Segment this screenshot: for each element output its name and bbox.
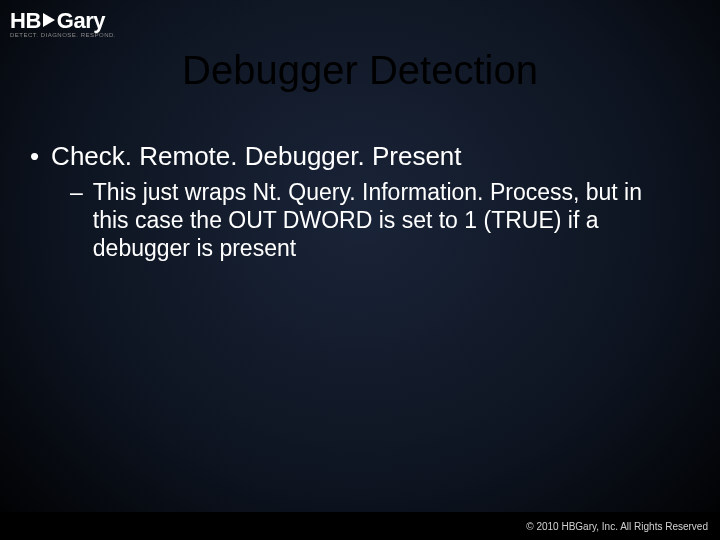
bullet-marker: • xyxy=(30,140,39,172)
logo-main: HB Gary xyxy=(10,8,105,34)
logo-text-gary: Gary xyxy=(57,8,105,34)
slide-content: • Check. Remote. Debugger. Present – Thi… xyxy=(30,140,690,262)
logo-tagline: DETECT. DIAGNOSE. RESPOND. xyxy=(10,32,116,38)
bullet-level-2: – This just wraps Nt. Query. Information… xyxy=(70,178,690,262)
logo-text-hb: HB xyxy=(10,8,41,34)
slide-title: Debugger Detection xyxy=(0,48,720,93)
bullet-marker: – xyxy=(70,178,83,206)
copyright-footer: © 2010 HBGary, Inc. All Rights Reserved xyxy=(526,521,708,532)
svg-marker-0 xyxy=(43,13,55,27)
bullet-text: This just wraps Nt. Query. Information. … xyxy=(93,178,653,262)
logo: HB Gary DETECT. DIAGNOSE. RESPOND. xyxy=(10,8,116,38)
bullet-text: Check. Remote. Debugger. Present xyxy=(51,140,461,172)
bullet-level-1: • Check. Remote. Debugger. Present xyxy=(30,140,690,172)
play-arrow-icon xyxy=(42,8,56,34)
